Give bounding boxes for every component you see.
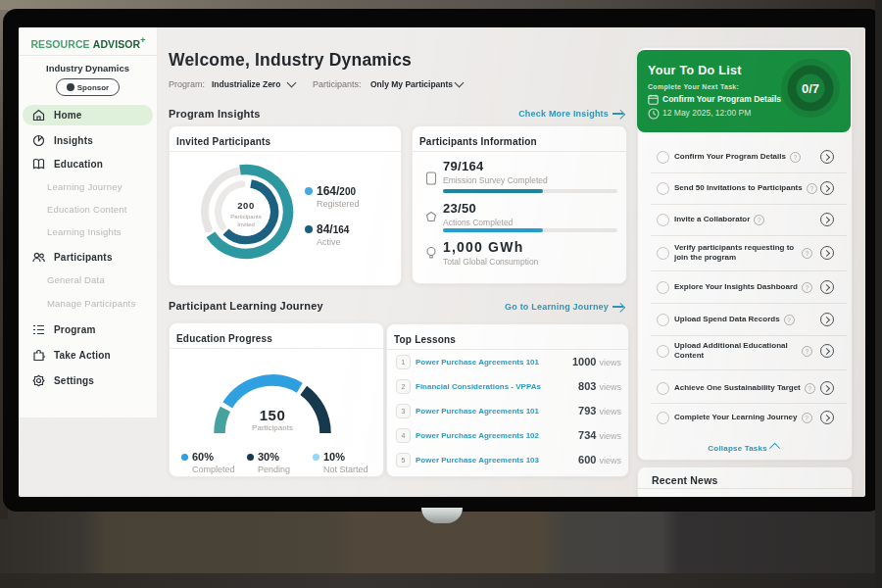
svg-text:Participants: Participants <box>230 214 261 220</box>
svg-text:150: 150 <box>260 407 286 423</box>
svg-text:Participants: Participants <box>252 423 293 432</box>
svg-text:Invited: Invited <box>237 221 255 227</box>
svg-text:200: 200 <box>237 200 254 211</box>
